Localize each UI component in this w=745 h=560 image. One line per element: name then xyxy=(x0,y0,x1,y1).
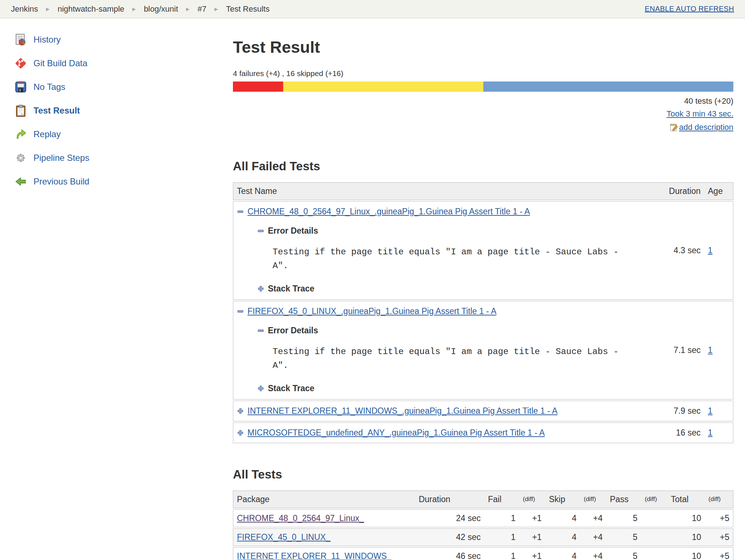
column-header-skip-diff: (diff) xyxy=(580,491,606,508)
breadcrumb-separator-icon: ▸ xyxy=(46,5,50,13)
gear-icon xyxy=(15,152,27,164)
error-message: Testing if the page title equals "I am a… xyxy=(273,345,629,373)
sidebar-item-label: No Tags xyxy=(33,82,66,92)
duration-cell: 24 sec xyxy=(415,509,484,527)
duration-cell: 42 sec xyxy=(415,528,484,546)
enable-auto-refresh-link[interactable]: ENABLE AUTO REFRESH xyxy=(645,5,734,13)
sidebar-item-git-build-data[interactable]: Git Build Data xyxy=(15,57,233,69)
skip-diff: +4 xyxy=(580,509,606,527)
age-link[interactable]: 1 xyxy=(708,345,713,355)
column-header-total-diff: (diff) xyxy=(705,491,733,508)
age-link[interactable]: 1 xyxy=(708,406,713,416)
sidebar-item-no-tags[interactable]: No Tags xyxy=(15,81,233,93)
package-link[interactable]: INTERNET EXPLORER_11_WINDOWS_ xyxy=(237,551,392,560)
expand-icon[interactable] xyxy=(257,285,264,292)
collapse-icon[interactable] xyxy=(237,208,244,215)
sidebar-item-replay[interactable]: Replay xyxy=(15,128,233,140)
total-diff: +5 xyxy=(705,528,733,546)
duration-cell: 46 sec xyxy=(415,547,484,560)
sidebar-item-label: Pipeline Steps xyxy=(33,153,89,163)
total-diff: +5 xyxy=(705,509,733,527)
package-link[interactable]: CHROME_48_0_2564_97_Linux_ xyxy=(237,513,364,523)
failed-test-row: CHROME_48_0_2564_97_Linux_.guineaPig_1.G… xyxy=(233,201,733,300)
failures-summary: 4 failures (+4) , 16 skipped (+16) xyxy=(233,69,733,78)
failed-tests-bar-segment xyxy=(233,82,283,92)
column-header-pass: Pass xyxy=(606,491,641,508)
expand-icon[interactable] xyxy=(237,429,244,436)
column-header-total: Total xyxy=(667,491,705,508)
passed-tests-bar-segment xyxy=(483,82,734,92)
fail-diff: +1 xyxy=(519,528,545,546)
column-header-fail: Fail xyxy=(484,491,519,508)
pass-diff xyxy=(641,528,667,546)
failed-tests-table: Test Name Duration Age CHROME_48_0_2564_… xyxy=(233,181,733,444)
expand-icon[interactable] xyxy=(237,408,244,414)
breadcrumb-item-branch[interactable]: blog/xunit xyxy=(144,4,178,14)
fail-diff: +1 xyxy=(519,509,545,527)
skip-count: 4 xyxy=(545,547,580,560)
breadcrumb-item-job[interactable]: nightwatch-sample xyxy=(58,4,124,14)
previous-build-arrow-icon xyxy=(15,175,27,188)
duration-cell: 4.3 sec xyxy=(648,201,704,300)
breadcrumb-item-build[interactable]: #7 xyxy=(198,4,206,14)
skip-diff: +4 xyxy=(580,528,606,546)
sidebar-item-test-result[interactable]: Test Result xyxy=(15,104,233,117)
duration-cell: 7.1 sec xyxy=(648,301,704,400)
sidebar-item-label: History xyxy=(33,35,61,45)
side-panel: History Git Build Data No Tags xyxy=(0,18,233,560)
sidebar-item-label: Previous Build xyxy=(33,176,89,187)
error-details-label[interactable]: Error Details xyxy=(268,226,318,236)
breadcrumb-separator-icon: ▸ xyxy=(214,5,218,13)
column-header-test-name: Test Name xyxy=(233,182,648,200)
replay-arrow-icon xyxy=(15,128,27,140)
breadcrumb-item-jenkins[interactable]: Jenkins xyxy=(11,4,38,14)
total-count: 10 xyxy=(667,528,705,546)
pass-count: 5 xyxy=(606,528,641,546)
age-link[interactable]: 1 xyxy=(708,428,713,437)
breadcrumb-separator-icon: ▸ xyxy=(186,5,190,13)
failed-test-row: MICROSOFTEDGE_undefined_ANY_.guineaPig_1… xyxy=(233,422,733,443)
floppy-disk-icon xyxy=(15,81,27,93)
all-tests-table: Package Duration Fail (diff) Skip (diff)… xyxy=(233,489,733,560)
sidebar-item-label: Test Result xyxy=(33,106,80,116)
fail-count: 1 xyxy=(484,509,519,527)
failed-test-row: INTERNET EXPLORER_11_WINDOWS_.guineaPig_… xyxy=(233,401,733,421)
pass-diff xyxy=(641,547,667,560)
stack-trace-label[interactable]: Stack Trace xyxy=(268,384,314,393)
expand-icon[interactable] xyxy=(257,385,264,392)
age-link[interactable]: 1 xyxy=(708,246,713,255)
collapse-icon[interactable] xyxy=(257,227,264,234)
breadcrumb: Jenkins ▸ nightwatch-sample ▸ blog/xunit… xyxy=(0,0,745,18)
sidebar-item-previous-build[interactable]: Previous Build xyxy=(15,175,233,188)
test-result-bar xyxy=(233,82,733,92)
add-description-link[interactable]: add description xyxy=(679,121,733,134)
failed-test-link[interactable]: CHROME_48_0_2564_97_Linux_.guineaPig_1.G… xyxy=(247,207,530,217)
skip-count: 4 xyxy=(545,528,580,546)
duration-cell: 7.9 sec xyxy=(648,401,704,421)
sidebar-item-label: Git Build Data xyxy=(33,58,87,68)
package-link[interactable]: FIREFOX_45_0_LINUX_ xyxy=(237,532,330,542)
page-title: Test Result xyxy=(233,38,733,57)
fail-diff: +1 xyxy=(519,547,545,560)
main-panel: Test Result 4 failures (+4) , 16 skipped… xyxy=(233,18,745,560)
column-header-duration: Duration xyxy=(648,182,704,200)
failed-test-link[interactable]: MICROSOFTEDGE_undefined_ANY_.guineaPig_1… xyxy=(247,428,545,438)
error-details-label[interactable]: Error Details xyxy=(268,326,318,335)
all-failed-tests-heading: All Failed Tests xyxy=(233,159,733,173)
breadcrumb-separator-icon: ▸ xyxy=(132,5,136,13)
all-tests-heading: All Tests xyxy=(233,468,733,481)
failed-test-link[interactable]: FIREFOX_45_0_LINUX_.guineaPig_1.Guinea P… xyxy=(247,306,496,316)
failed-test-link[interactable]: INTERNET EXPLORER_11_WINDOWS_.guineaPig_… xyxy=(247,406,558,416)
package-row: FIREFOX_45_0_LINUX_ 42 sec 1 +1 4 +4 5 1… xyxy=(233,528,733,546)
total-count: 10 xyxy=(667,509,705,527)
took-duration-link[interactable]: Took 3 min 43 sec. xyxy=(667,109,733,118)
column-header-package: Package xyxy=(233,491,415,508)
stack-trace-label[interactable]: Stack Trace xyxy=(268,284,314,294)
collapse-icon[interactable] xyxy=(257,327,264,334)
sidebar-item-history[interactable]: History xyxy=(15,33,233,46)
breadcrumb-item-test-results[interactable]: Test Results xyxy=(226,4,270,14)
sidebar-item-pipeline-steps[interactable]: Pipeline Steps xyxy=(15,152,233,164)
column-header-skip: Skip xyxy=(545,491,580,508)
collapse-icon[interactable] xyxy=(237,308,244,315)
clipboard-icon xyxy=(15,104,27,117)
